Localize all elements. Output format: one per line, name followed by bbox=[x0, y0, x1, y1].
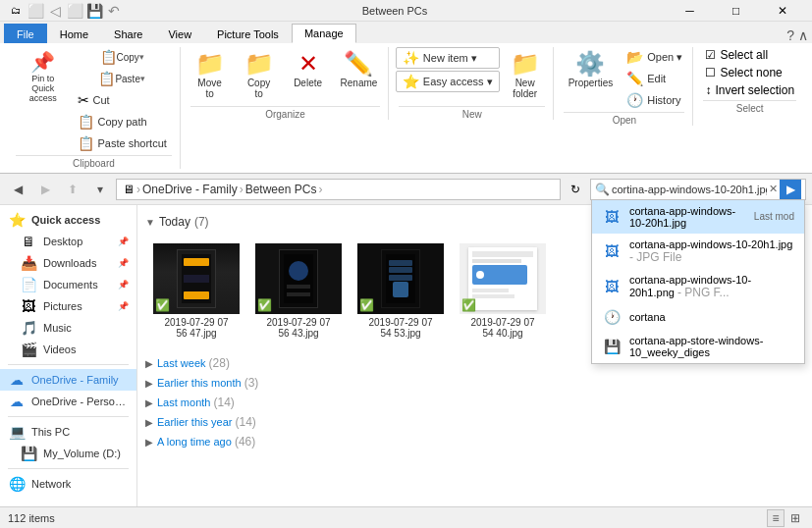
file-4-check-icon: ✅ bbox=[461, 298, 476, 312]
search-clear-button[interactable]: ✕ bbox=[769, 183, 778, 195]
path-sep-1: › bbox=[136, 183, 140, 196]
file-item-1[interactable]: ✅ 2019-07-29 0756 47.jpg bbox=[147, 238, 245, 343]
sidebar-item-network[interactable]: 🌐 Network bbox=[0, 473, 136, 495]
search-input[interactable] bbox=[612, 184, 767, 195]
details-view-button[interactable]: ≡ bbox=[767, 509, 785, 527]
search-go-button[interactable]: ▶ bbox=[780, 180, 801, 199]
file-4-name: 2019-07-29 0754 40.jpg bbox=[470, 317, 534, 339]
sidebar-item-desktop[interactable]: 🖥 Desktop 📌 bbox=[0, 231, 136, 252]
search-result-5[interactable]: 💾 cortana-app-store-windows-10_weeky_dig… bbox=[592, 330, 804, 363]
edit-button[interactable]: ✏️ Edit bbox=[622, 69, 687, 88]
select-all-icon: ☑ bbox=[705, 48, 716, 62]
rename-button[interactable]: ✏️ Rename bbox=[334, 47, 385, 93]
last-month-group[interactable]: ▶ Last month (14) bbox=[145, 393, 804, 412]
copy-path-button[interactable]: 📋 Copy path bbox=[73, 112, 172, 132]
select-none-label: Select none bbox=[720, 66, 782, 79]
sidebar-item-documents[interactable]: 📄 Documents 📌 bbox=[0, 274, 136, 295]
back-icon: ◁ bbox=[47, 3, 63, 19]
sidebar-item-videos[interactable]: 🎬 Videos bbox=[0, 339, 136, 360]
forward-button[interactable]: ▶ bbox=[33, 179, 57, 200]
earlier-this-month-group[interactable]: ▶ Earlier this month (3) bbox=[145, 373, 804, 393]
sidebar-item-downloads[interactable]: 📥 Downloads 📌 bbox=[0, 252, 136, 274]
pin-to-quick-access-button[interactable]: 📌 Pin to Quickaccess bbox=[16, 47, 71, 108]
copy-to-button[interactable]: 📁 Copyto bbox=[236, 47, 283, 104]
my-volume-icon: 💾 bbox=[20, 446, 37, 461]
title-bar: 🗂 ⬜ ◁ ⬜ 💾 ↶ Between PCs bbox=[0, 0, 812, 22]
path-sep-3: › bbox=[318, 183, 322, 196]
open-icon: 📂 bbox=[626, 49, 643, 65]
address-path[interactable]: 🖥 › OneDrive - Family › Between PCs › bbox=[116, 179, 561, 200]
tab-bar: File Home Share View Picture Tools Manag… bbox=[0, 22, 812, 43]
new-item-button[interactable]: ✨ New item ▾ bbox=[396, 47, 500, 69]
file-item-3[interactable]: ✅ 2019-07-29 0754 53.jpg bbox=[352, 238, 450, 343]
search-result-3[interactable]: 🖼 cortana-app-windows-10-20h1.png - PNG … bbox=[592, 269, 804, 304]
search-result-4[interactable]: 🕐 cortana bbox=[592, 304, 804, 330]
long-time-ago-group[interactable]: ▶ A long time ago (46) bbox=[145, 432, 804, 451]
refresh-button[interactable]: ↻ bbox=[565, 179, 586, 200]
sidebar-item-quick-access[interactable]: ⭐ Quick access bbox=[0, 209, 136, 231]
file-item-2[interactable]: ✅ 2019-07-29 0756 43.jpg bbox=[249, 238, 348, 343]
sidebar-desktop-label: Desktop bbox=[43, 236, 112, 247]
sidebar-item-this-pc[interactable]: 💻 This PC bbox=[0, 421, 136, 443]
select-none-button[interactable]: ☐ Select none bbox=[701, 65, 798, 80]
tab-picture-tools[interactable]: Picture Tools bbox=[204, 24, 292, 43]
recent-locations-button[interactable]: ▾ bbox=[88, 179, 112, 200]
copy-path-icon: 📋 bbox=[78, 114, 94, 130]
tab-view[interactable]: View bbox=[155, 24, 204, 43]
tab-share[interactable]: Share bbox=[101, 24, 155, 43]
save-icon: 💾 bbox=[86, 3, 102, 19]
close-button[interactable] bbox=[760, 0, 804, 22]
sidebar-item-onedrive-personal[interactable]: ☁ OneDrive - Personal bbox=[0, 391, 136, 412]
up-button[interactable]: ⬆ bbox=[61, 179, 84, 200]
view-buttons: ≡ ⊞ bbox=[767, 509, 804, 527]
copy-button[interactable]: 📋 Copy ▾ bbox=[73, 47, 172, 67]
sidebar-item-music[interactable]: 🎵 Music bbox=[0, 317, 136, 339]
delete-button[interactable]: ✕ Delete bbox=[285, 47, 332, 93]
pin-label: Pin to Quickaccess bbox=[23, 74, 64, 103]
today-count: (7) bbox=[194, 215, 209, 229]
back-button[interactable]: ◀ bbox=[6, 179, 29, 200]
expand-ribbon-icon[interactable]: ∧ bbox=[798, 27, 808, 43]
open-button[interactable]: 📂 Open ▾ bbox=[622, 47, 687, 67]
minimize-button[interactable] bbox=[668, 0, 712, 22]
easy-access-button[interactable]: ⭐ Easy access ▾ bbox=[396, 71, 500, 92]
new-folder-button[interactable]: 📁 Newfolder bbox=[502, 47, 549, 104]
earlier-this-year-group[interactable]: ▶ Earlier this year (14) bbox=[145, 412, 804, 432]
properties-button[interactable]: ⚙️ Properties bbox=[562, 47, 621, 93]
invert-selection-button[interactable]: ↕ Invert selection bbox=[701, 82, 798, 98]
move-to-button[interactable]: 📁 Moveto bbox=[187, 47, 234, 104]
tab-manage[interactable]: Manage bbox=[292, 24, 356, 43]
last-month-label: Last month (14) bbox=[157, 396, 235, 409]
earlier-month-arrow-icon: ▶ bbox=[145, 378, 153, 389]
cut-button[interactable]: ✂ Cut bbox=[73, 90, 172, 110]
search-box-container[interactable]: 🔍 ✕ ▶ 🖼 cortana-app-windows-10-20h1.jpg … bbox=[590, 179, 806, 200]
delete-icon: ✕ bbox=[298, 52, 318, 76]
ribbon: 📌 Pin to Quickaccess 📋 Copy ▾ 📋 Paste ▾ … bbox=[0, 43, 812, 174]
sidebar-item-my-volume[interactable]: 💾 My_Volume (D:) bbox=[0, 443, 136, 464]
earlier-month-label: Earlier this month (3) bbox=[157, 376, 258, 390]
large-icons-view-button[interactable]: ⊞ bbox=[786, 509, 804, 527]
result-1-icon: 🖼 bbox=[602, 209, 622, 225]
sidebar-item-onedrive-family[interactable]: ☁ OneDrive - Family bbox=[0, 369, 136, 391]
organize-label: Organize bbox=[190, 106, 380, 120]
select-all-button[interactable]: ☑ Select all bbox=[701, 47, 798, 63]
documents-icon: 📄 bbox=[20, 277, 37, 292]
paste-button[interactable]: 📋 Paste ▾ bbox=[73, 69, 172, 88]
sidebar-documents-label: Documents bbox=[43, 279, 112, 290]
tab-file[interactable]: File bbox=[4, 24, 47, 43]
search-result-2[interactable]: 🖼 cortana-app-windows-10-20h1.jpg - JPG … bbox=[592, 234, 804, 269]
maximize-button[interactable] bbox=[714, 0, 758, 22]
paste-shortcut-icon: 📋 bbox=[78, 135, 94, 151]
file-1-name: 2019-07-29 0756 47.jpg bbox=[164, 317, 228, 339]
new-content: ✨ New item ▾ ⭐ Easy access ▾ 📁 Newfolder bbox=[396, 47, 549, 104]
sidebar-item-pictures[interactable]: 🖼 Pictures 📌 bbox=[0, 295, 136, 317]
status-bar: 112 items ≡ ⊞ bbox=[0, 506, 812, 528]
tab-home[interactable]: Home bbox=[47, 24, 101, 43]
copy-to-icon: 📁 bbox=[244, 52, 274, 76]
search-result-1[interactable]: 🖼 cortana-app-windows-10-20h1.jpg Last m… bbox=[592, 200, 804, 234]
title-bar-controls[interactable] bbox=[668, 0, 804, 22]
file-item-4[interactable]: ✅ 2019-07-29 0754 40.jpg bbox=[454, 238, 552, 343]
paste-shortcut-button[interactable]: 📋 Paste shortcut bbox=[73, 133, 172, 153]
path-onedrive: OneDrive - Family bbox=[142, 183, 238, 196]
history-button[interactable]: 🕐 History bbox=[622, 90, 687, 110]
